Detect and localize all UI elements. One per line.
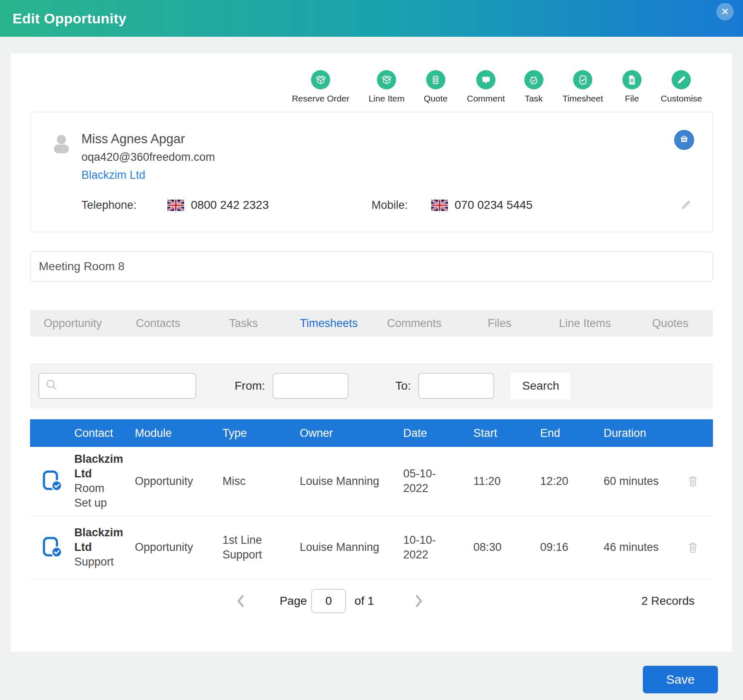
close-button[interactable]: ✕ xyxy=(716,3,734,20)
search-input[interactable] xyxy=(59,374,199,398)
cell-start: 11:20 xyxy=(473,475,540,488)
records-count: 2 Records xyxy=(641,594,695,608)
cell-module: Opportunity xyxy=(135,541,222,554)
page-number-input[interactable] xyxy=(311,589,346,613)
cell-contact: Blackzim Ltd Room Set up xyxy=(74,452,135,510)
col-end: End xyxy=(540,427,604,440)
page-label: Page xyxy=(280,594,307,608)
page-title: Edit Opportunity xyxy=(13,10,126,27)
previous-page-button[interactable] xyxy=(235,593,247,609)
action-toolbar: Reserve Order Line Item Quote Comment Ta… xyxy=(11,53,732,104)
trash-icon xyxy=(687,541,699,554)
stopwatch-check-icon xyxy=(524,70,543,89)
tab-timesheets[interactable]: Timesheets xyxy=(286,317,372,330)
modal-header: Edit Opportunity ✕ xyxy=(0,0,743,37)
col-start: Start xyxy=(473,427,540,440)
col-owner: Owner xyxy=(300,427,403,440)
delete-row-button[interactable] xyxy=(673,541,713,554)
cell-end: 12:20 xyxy=(540,475,604,488)
email-button[interactable] xyxy=(674,130,694,150)
action-label: Comment xyxy=(467,94,505,104)
cell-date: 10-10-2022 xyxy=(403,533,473,562)
task-button[interactable]: Task xyxy=(524,70,543,104)
delete-row-button[interactable] xyxy=(673,475,713,487)
cell-start: 08:30 xyxy=(473,541,540,554)
cell-type: Misc xyxy=(222,474,300,489)
action-label: Reserve Order xyxy=(292,94,349,104)
envelope-icon xyxy=(678,133,690,147)
tab-comments[interactable]: Comments xyxy=(372,317,457,330)
action-label: Quote xyxy=(424,94,447,104)
clipboard-check-icon xyxy=(573,70,592,89)
col-duration: Duration xyxy=(604,427,673,440)
chevron-left-icon xyxy=(235,593,247,609)
uk-flag-icon xyxy=(431,200,448,211)
action-label: Customise xyxy=(661,94,702,104)
save-button[interactable]: Save xyxy=(643,666,718,693)
pencil-icon xyxy=(672,70,691,89)
mobile-label: Mobile: xyxy=(372,199,408,212)
from-label: From: xyxy=(235,379,265,393)
cell-contact: Blackzim Ltd Support xyxy=(74,525,135,569)
reserve-order-button[interactable]: Reserve Order xyxy=(292,70,349,104)
pagination: Page of 1 2 Records xyxy=(30,586,713,616)
document-lines-icon xyxy=(426,70,445,89)
opportunity-name-input[interactable] xyxy=(30,251,713,282)
edit-contact-button[interactable] xyxy=(679,198,692,213)
contact-company: Blackzim Ltd xyxy=(74,525,124,555)
customise-button[interactable]: Customise xyxy=(661,70,702,104)
col-type: Type xyxy=(222,427,300,440)
cell-owner: Louise Manning xyxy=(300,541,403,554)
company-link[interactable]: Blackzim Ltd xyxy=(81,169,145,182)
to-label: To: xyxy=(395,379,411,393)
uk-flag-icon xyxy=(167,200,184,211)
page-of-label: of 1 xyxy=(354,594,374,608)
cell-date: 05-10-2022 xyxy=(403,467,473,496)
trash-icon xyxy=(687,475,699,487)
contact-email: oqa420@360freedom.com xyxy=(81,151,215,164)
telephone-number: 0800 242 2323 xyxy=(191,198,269,212)
from-date-input[interactable] xyxy=(273,373,349,399)
tab-files[interactable]: Files xyxy=(457,317,543,330)
speech-bubble-icon xyxy=(476,70,495,89)
action-label: File xyxy=(625,94,639,104)
edit-opportunity-panel: Reserve Order Line Item Quote Comment Ta… xyxy=(11,53,732,652)
tab-contacts[interactable]: Contacts xyxy=(116,317,201,330)
box-icon xyxy=(377,70,396,89)
to-date-input[interactable] xyxy=(418,373,494,399)
tab-tasks[interactable]: Tasks xyxy=(201,317,286,330)
next-page-button[interactable] xyxy=(412,593,425,609)
timesheet-button[interactable]: Timesheet xyxy=(563,70,603,104)
comment-button[interactable]: Comment xyxy=(467,70,505,104)
contact-desc: Support xyxy=(74,555,118,569)
search-box xyxy=(38,373,196,399)
cell-type: 1st Line Support xyxy=(222,533,300,562)
file-button[interactable]: File xyxy=(622,70,642,104)
timesheets-table: Contact Module Type Owner Date Start End… xyxy=(30,419,713,616)
search-icon xyxy=(44,378,59,394)
action-label: Task xyxy=(525,94,543,104)
contact-card: Miss Agnes Apgar oqa420@360freedom.com B… xyxy=(30,112,713,232)
cell-end: 09:16 xyxy=(540,541,604,554)
col-date: Date xyxy=(403,427,473,440)
tab-line-items[interactable]: Line Items xyxy=(542,317,628,330)
cell-duration: 60 minutes xyxy=(604,475,673,488)
action-label: Line Item xyxy=(369,94,404,104)
cell-module: Opportunity xyxy=(135,475,222,488)
timesheet-entry-icon xyxy=(30,536,74,559)
col-contact: Contact xyxy=(74,427,135,440)
timesheet-entry-icon xyxy=(30,469,74,493)
tab-quotes[interactable]: Quotes xyxy=(628,317,713,330)
chevron-right-icon xyxy=(412,593,425,609)
telephone-label: Telephone: xyxy=(81,199,136,212)
tab-opportunity[interactable]: Opportunity xyxy=(30,317,116,330)
contact-name: Miss Agnes Apgar xyxy=(81,132,215,147)
filter-bar: From: To: Search xyxy=(30,363,713,408)
close-icon: ✕ xyxy=(721,6,729,18)
search-button[interactable]: Search xyxy=(511,373,570,399)
table-row: Blackzim Ltd Room Set up Opportunity Mis… xyxy=(30,447,713,516)
line-item-button[interactable]: Line Item xyxy=(369,70,404,104)
pencil-icon xyxy=(679,206,692,213)
tab-bar: Opportunity Contacts Tasks Timesheets Co… xyxy=(30,310,713,337)
quote-button[interactable]: Quote xyxy=(424,70,447,104)
